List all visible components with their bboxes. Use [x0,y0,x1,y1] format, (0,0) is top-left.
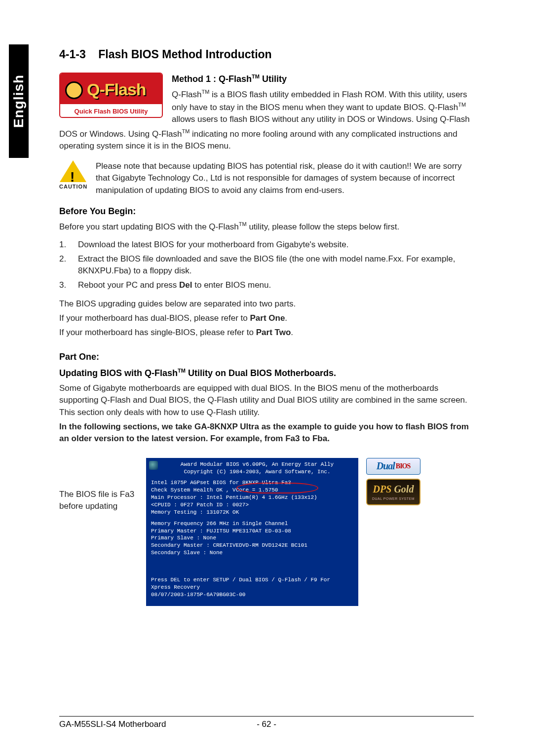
list-item: 1.Download the latest BIOS for your moth… [59,239,474,251]
method1-title-text: Method 1 : Q-Flash [172,74,252,84]
text: is a BIOS flash utility embedded in Flas… [172,90,467,112]
steps-list: 1.Download the latest BIOS for your moth… [59,239,474,292]
bios-line: Primary Master : FUJITSU MPE3170AT ED-03… [151,528,353,535]
tm-mark: TM [252,74,260,79]
bios-line: <CPUID : 0F27 Patch ID : 0027> [151,501,353,509]
before-heading: Before You Begin: [59,205,474,218]
guide-line: If your motherboard has dual-BIOS, pleas… [59,312,474,325]
part-one-body: Some of Gigabyte motherboards are equipp… [59,382,474,419]
before-intro: Before you start updating BIOS with the … [59,221,474,233]
bios-line: 08/07/2003-i875P-6A79BG03C-00 [151,591,353,599]
bios-line: Memory Frequency 266 MHz in Single Chann… [151,520,353,528]
bios-line: Primary Slave : None [151,534,353,542]
bios-line: Xpress Recovery [151,584,353,591]
award-logo-icon [149,461,158,470]
guide-line: If your motherboard has single-BIOS, ple… [59,327,474,339]
section-number: 4-1-3 [59,48,86,61]
guide-line: The BIOS upgrading guides below are sepa… [59,298,474,310]
list-item: 2.Extract the BIOS file downloaded and s… [59,253,474,277]
caution-text: Please note that because updating BIOS h… [96,160,474,197]
qflash-logo: Q-Flash Quick Flash BIOS Utility [59,73,163,118]
qflash-logo-sub: Quick Flash BIOS Utility [60,107,162,116]
bios-line: Press DEL to enter SETUP / Dual BIOS / Q… [151,576,353,584]
bios-hdr-line: Copyright (C) 1984-2003, Award Software,… [161,468,353,476]
footer-left: GA-M55SLI-S4 Motherboard [59,719,257,729]
tm-mark: TM [458,102,466,108]
method1-intro: Q-FlashTM is a BIOS flash utility embedd… [172,88,474,125]
step-text: Download the latest BIOS for your mother… [78,239,348,251]
text: indicating no more fooling around with a… [59,129,457,151]
bios-line: Memory Testing : 131072K OK [151,509,353,516]
step-text: Extract the BIOS file downloaded and sav… [78,253,474,277]
dps-gold-badge: DPS Gold DUAL POWER SYSTEM [366,479,420,505]
method1-intro-cont: DOS or Windows. Using Q-FlashTM indicati… [59,128,474,152]
tm-mark: TM [201,89,209,95]
text: allows users to flash BIOS without any u… [172,114,470,124]
dual-bios-badge: DualBIOS [366,458,420,475]
text: Before you start updating BIOS with the … [59,222,239,231]
part-one-heading: Part One: [59,350,474,363]
method1-title-tail: Utility [260,74,287,84]
tm-mark: TM [239,221,247,227]
text: utility, please follow the steps below f… [247,222,400,231]
part-one-subtitle: Updating BIOS with Q-FlashTM Utility on … [59,367,474,379]
bios-line: Main Processor : Intel Pentium(R) 4 1.6G… [151,494,353,501]
bios-note: The BIOS file is Fa3 before updating [59,458,138,513]
bios-post-screen: Award Modular BIOS v6.00PG, An Energy St… [146,458,358,606]
page-content: 4-1-3 Flash BIOS Method Introduction Q-F… [59,46,474,606]
bios-hdr-line: Award Modular BIOS v6.00PG, An Energy St… [161,461,353,468]
text: Q-Flash [172,90,201,99]
badges: DualBIOS DPS Gold DUAL POWER SYSTEM [366,458,420,505]
page-footer: GA-M55SLI-S4 Motherboard - 62 - [59,716,474,729]
language-tab: English [9,44,29,158]
step-text: Reboot your PC and press Del to enter BI… [78,279,271,292]
footer-page-number: - 62 - [257,719,276,729]
section-title: Flash BIOS Method Introduction [98,48,271,61]
method1-title: Method 1 : Q-FlashTM Utility [172,73,474,85]
bios-line: Secondary Master : CREATIVEDVD-RM DVD124… [151,542,353,549]
warning-triangle-icon [60,160,86,182]
section-heading: 4-1-3 Flash BIOS Method Introduction [59,46,474,63]
highlight-circle-icon [236,483,318,493]
part-one-bold-note: In the following sections, we take GA-8K… [59,421,474,445]
caution-icon: CAUTION [59,160,87,197]
bios-line: Secondary Slave : None [151,549,353,557]
qflash-logo-text: Q-Flash [87,77,146,102]
list-item: 3.Reboot your PC and press Del to enter … [59,279,474,292]
